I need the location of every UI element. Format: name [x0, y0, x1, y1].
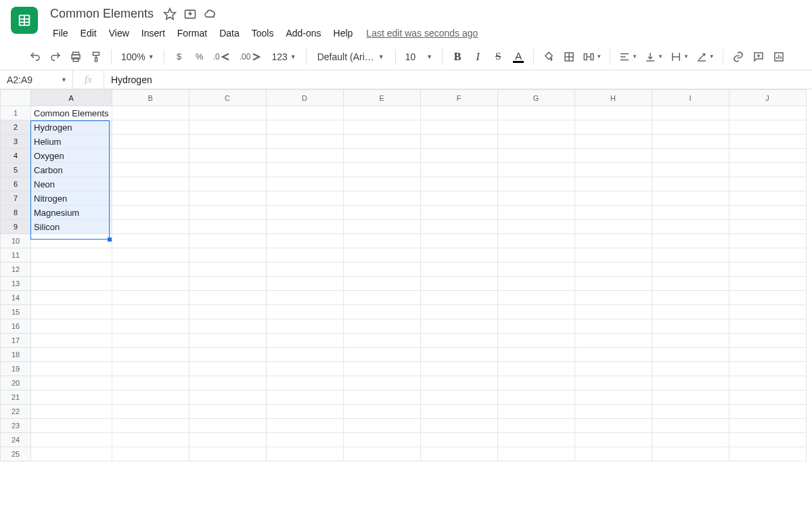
cell[interactable] [31, 376, 112, 390]
row-header[interactable]: 14 [1, 291, 31, 305]
cell[interactable] [729, 390, 806, 405]
cell[interactable] [112, 447, 189, 461]
cell[interactable] [652, 405, 729, 419]
cell[interactable] [112, 291, 189, 305]
cell[interactable] [189, 191, 266, 206]
cell[interactable] [420, 447, 497, 461]
column-header[interactable]: J [729, 90, 806, 106]
column-header[interactable]: F [420, 90, 497, 106]
cell[interactable]: Magnesium [31, 206, 112, 220]
cell[interactable] [652, 191, 729, 206]
cell[interactable] [497, 248, 574, 263]
cell[interactable] [31, 348, 112, 362]
cell[interactable] [574, 305, 652, 319]
row-header[interactable]: 23 [1, 419, 31, 433]
cell[interactable] [729, 348, 806, 362]
print-button[interactable] [66, 47, 85, 66]
cell[interactable] [266, 419, 343, 433]
row-header[interactable]: 19 [1, 362, 31, 376]
cell[interactable] [31, 305, 112, 319]
cell[interactable] [266, 305, 343, 319]
cell[interactable] [266, 248, 343, 263]
font-size-dropdown[interactable]: 10▼ [401, 48, 437, 66]
cell[interactable] [31, 433, 112, 447]
cell[interactable] [420, 177, 497, 191]
cell[interactable] [652, 120, 729, 135]
cell[interactable] [189, 248, 266, 263]
cell[interactable] [729, 305, 806, 319]
row-header[interactable]: 1 [1, 106, 31, 120]
cell[interactable] [189, 277, 266, 291]
cell[interactable] [266, 390, 343, 405]
menu-file[interactable]: File [47, 25, 74, 41]
cell[interactable] [729, 163, 806, 177]
cell[interactable] [574, 234, 652, 248]
cell[interactable] [729, 106, 806, 120]
cell[interactable]: Hydrogen [31, 120, 112, 135]
cell[interactable] [497, 220, 574, 234]
cell[interactable] [729, 376, 806, 390]
cell[interactable] [652, 390, 729, 405]
cell[interactable] [729, 135, 806, 149]
cell[interactable] [652, 248, 729, 263]
cell[interactable] [343, 177, 420, 191]
column-header[interactable]: A [31, 90, 112, 106]
cell[interactable] [112, 220, 189, 234]
row-header[interactable]: 18 [1, 348, 31, 362]
cell[interactable] [343, 220, 420, 234]
cell[interactable] [574, 419, 652, 433]
row-header[interactable]: 10 [1, 234, 31, 248]
paint-format-button[interactable] [87, 47, 106, 66]
cell[interactable] [189, 362, 266, 376]
cell[interactable] [574, 376, 652, 390]
cell[interactable] [112, 135, 189, 149]
text-color-button[interactable]: A [509, 47, 528, 66]
cell[interactable] [112, 248, 189, 263]
cell[interactable] [420, 149, 497, 163]
cell[interactable] [343, 248, 420, 263]
column-header[interactable]: E [343, 90, 420, 106]
cell[interactable] [112, 334, 189, 348]
column-header[interactable]: I [652, 90, 729, 106]
cell[interactable] [266, 447, 343, 461]
cell[interactable] [420, 305, 497, 319]
text-wrap-button[interactable]: ▼ [667, 47, 692, 66]
cell[interactable] [497, 234, 574, 248]
row-header[interactable]: 20 [1, 376, 31, 390]
cell[interactable] [420, 348, 497, 362]
cell[interactable] [497, 390, 574, 405]
cell[interactable] [497, 419, 574, 433]
cell[interactable] [574, 447, 652, 461]
cell[interactable] [652, 206, 729, 220]
cell[interactable] [497, 291, 574, 305]
cell[interactable] [729, 291, 806, 305]
cell[interactable] [189, 319, 266, 334]
cell[interactable] [266, 135, 343, 149]
name-box[interactable]: A2:A9 ▼ [0, 70, 73, 89]
cell[interactable] [497, 376, 574, 390]
row-header[interactable]: 3 [1, 135, 31, 149]
cell[interactable] [343, 120, 420, 135]
cell[interactable] [266, 376, 343, 390]
cell[interactable] [31, 390, 112, 405]
bold-button[interactable]: B [448, 47, 467, 66]
row-header[interactable]: 5 [1, 163, 31, 177]
cell[interactable] [652, 376, 729, 390]
cell[interactable] [343, 334, 420, 348]
cell[interactable] [420, 234, 497, 248]
cell[interactable] [31, 447, 112, 461]
cell[interactable] [343, 390, 420, 405]
row-header[interactable]: 9 [1, 220, 31, 234]
cell[interactable] [343, 433, 420, 447]
cell[interactable] [112, 163, 189, 177]
cell[interactable] [420, 419, 497, 433]
font-family-dropdown[interactable]: Default (Ari…▼ [312, 48, 390, 66]
row-header[interactable]: 24 [1, 433, 31, 447]
cell[interactable] [574, 334, 652, 348]
cell[interactable] [574, 405, 652, 419]
cell[interactable] [266, 163, 343, 177]
cell[interactable] [420, 334, 497, 348]
cell[interactable] [574, 348, 652, 362]
cell[interactable] [189, 234, 266, 248]
cell[interactable] [729, 277, 806, 291]
